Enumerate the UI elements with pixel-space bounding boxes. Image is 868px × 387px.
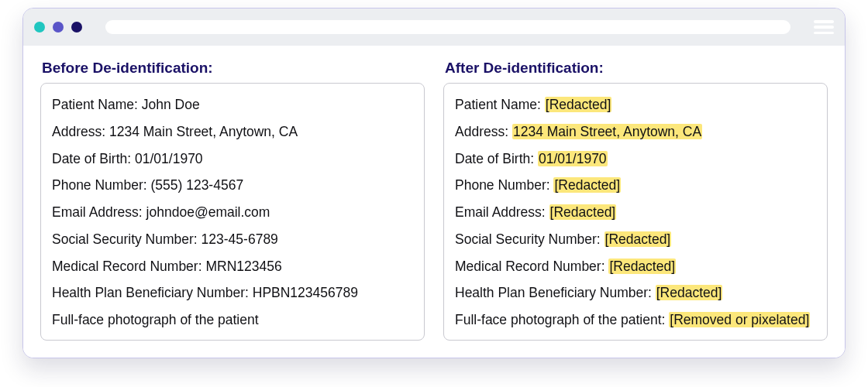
after-column: After De-identification: Patient Name: [… xyxy=(443,60,828,341)
field-value: 01/01/1970 xyxy=(135,151,203,166)
list-item: Full-face photograph of the patient: [Re… xyxy=(455,307,816,334)
field-value: 123-45-6789 xyxy=(202,231,278,247)
field-value: [Removed or pixelated] xyxy=(669,312,810,327)
after-panel: Patient Name: [Redacted] Address: 1234 M… xyxy=(443,83,828,341)
field-label: Full-face photograph of the patient xyxy=(455,312,662,327)
before-column: Before De-identification: Patient Name: … xyxy=(40,60,425,341)
window-dot-3[interactable] xyxy=(71,22,82,33)
after-title: After De-identification: xyxy=(445,60,828,77)
field-value: 1234 Main Street, Anytown, CA xyxy=(109,124,298,139)
list-item: Email Address: johndoe@email.com xyxy=(52,199,413,226)
field-value: [Redacted] xyxy=(608,259,676,274)
list-item: Patient Name: [Redacted] xyxy=(455,91,816,118)
address-bar[interactable] xyxy=(105,20,790,34)
field-label: Health Plan Beneficiary Number xyxy=(455,285,648,300)
field-label: Medical Record Number xyxy=(52,259,198,274)
before-panel: Patient Name: John Doe Address: 1234 Mai… xyxy=(40,83,425,341)
list-item: Patient Name: John Doe xyxy=(52,91,413,118)
field-label: Phone Number xyxy=(52,177,143,193)
field-label: Email Address xyxy=(52,204,139,220)
window-dot-1[interactable] xyxy=(34,22,45,33)
list-item: Address: 1234 Main Street, Anytown, CA xyxy=(455,118,816,146)
list-item: Social Security Number: [Redacted] xyxy=(455,226,816,253)
list-item: Social Security Number: 123-45-6789 xyxy=(52,226,413,253)
menu-icon[interactable] xyxy=(814,20,834,34)
list-item: Date of Birth: 01/01/1970 xyxy=(52,146,413,173)
field-value: [Redacted] xyxy=(604,231,672,247)
field-value: HPBN123456789 xyxy=(253,285,358,300)
window-dot-2[interactable] xyxy=(53,22,64,33)
field-value: [Redacted] xyxy=(549,204,617,220)
before-title: Before De-identification: xyxy=(42,60,425,77)
field-label: Date of Birth xyxy=(455,151,530,166)
list-item: Date of Birth: 01/01/1970 xyxy=(455,146,816,173)
field-label: Social Security Number xyxy=(455,231,597,247)
list-item: Medical Record Number: [Redacted] xyxy=(455,253,816,280)
list-item: Email Address: [Redacted] xyxy=(455,199,816,226)
list-item: Address: 1234 Main Street, Anytown, CA xyxy=(52,118,413,146)
window-titlebar xyxy=(23,9,845,46)
field-label: Medical Record Number xyxy=(455,259,601,274)
field-value: (555) 123-4567 xyxy=(150,177,243,193)
field-label: Email Address xyxy=(455,204,542,220)
browser-window: Before De-identification: Patient Name: … xyxy=(22,8,846,358)
field-value: johndoe@email.com xyxy=(146,204,270,220)
field-label: Date of Birth xyxy=(52,151,127,166)
field-value: [Redacted] xyxy=(553,177,621,193)
field-value: [Redacted] xyxy=(545,97,612,112)
field-label: Address xyxy=(52,124,102,139)
list-item: Health Plan Beneficiary Number: HPBN1234… xyxy=(52,279,413,307)
field-value: 1234 Main Street, Anytown, CA xyxy=(512,124,702,139)
field-value: MRN123456 xyxy=(205,259,281,274)
field-label: Phone Number xyxy=(455,177,546,193)
field-value: [Redacted] xyxy=(656,285,723,300)
field-label: Social Security Number xyxy=(52,231,194,247)
list-item: Health Plan Beneficiary Number: [Redacte… xyxy=(455,279,816,307)
field-label: Patient Name xyxy=(455,97,537,112)
list-item: Medical Record Number: MRN123456 xyxy=(52,253,413,280)
field-value: 01/01/1970 xyxy=(538,151,608,166)
field-label: Patient Name xyxy=(52,97,134,112)
field-label: Address xyxy=(455,124,505,139)
field-label: Health Plan Beneficiary Number xyxy=(52,285,245,300)
content-area: Before De-identification: Patient Name: … xyxy=(23,46,845,358)
list-item: Full-face photograph of the patient xyxy=(52,307,413,334)
field-label: Full-face photograph of the patient xyxy=(52,312,259,327)
list-item: Phone Number: [Redacted] xyxy=(455,172,816,199)
list-item: Phone Number: (555) 123-4567 xyxy=(52,172,413,199)
field-value: John Doe xyxy=(142,97,200,112)
